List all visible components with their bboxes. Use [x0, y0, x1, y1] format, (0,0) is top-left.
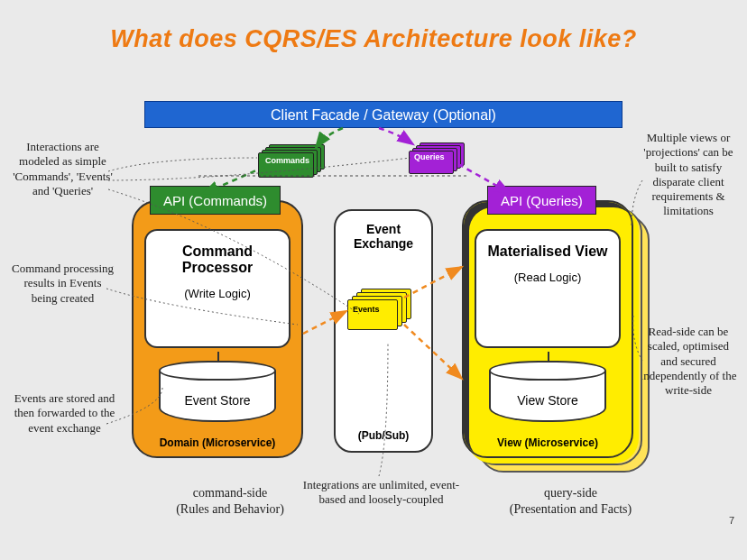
caption-command-side: command-side(Rules and Behavior) [153, 485, 307, 517]
database-icon: Event Store [159, 361, 276, 422]
database-icon: View Store [489, 361, 606, 422]
queries-stack-icon: Queries [409, 142, 468, 175]
read-microservice: API (Queries) Materialised View (Read Lo… [462, 200, 633, 458]
view-store-label: View Store [489, 393, 606, 408]
command-processor-title: Command Processor [146, 243, 289, 276]
event-store: Event Store [134, 361, 301, 422]
event-exchange-title: Event Exchange [336, 222, 431, 251]
read-service-footer: View (Microservice) [464, 436, 632, 449]
gateway-bar: Client Facade / Gateway (Optional) [144, 101, 622, 128]
materialised-view-box: Materialised View (Read Logic) [475, 229, 621, 348]
materialised-view-sub: (Read Logic) [476, 271, 619, 284]
queries-stack-label: Queries [414, 152, 445, 161]
command-processor-sub: (Write Logic) [146, 287, 289, 300]
page-number: 7 [729, 515, 734, 526]
slide-title: What does CQRS/ES Architecture look like… [0, 25, 747, 53]
caption-query-side: query-side(Presentation and Facts) [487, 485, 654, 517]
event-store-label: Event Store [159, 393, 276, 408]
annotation-integrations: Integrations are unlimited, event-based … [302, 478, 460, 508]
materialised-view-title: Materialised View [476, 243, 619, 260]
write-service-footer: Domain (Microservice) [134, 436, 301, 449]
command-processor-box: Command Processor (Write Logic) [144, 229, 290, 348]
view-store: View Store [464, 361, 632, 422]
events-stack-label: Events [353, 305, 380, 314]
commands-stack-icon: Commands [260, 144, 325, 179]
write-microservice: API (Commands) Command Processor (Write … [132, 200, 303, 458]
api-commands-tab: API (Commands) [150, 186, 281, 215]
annotation-read-side-scaled: Read-side can be scaled, optimised and s… [639, 325, 738, 398]
api-queries-tab: API (Queries) [487, 186, 596, 215]
events-stack-icon: Events [348, 289, 415, 330]
annotation-multiple-views: Multiple views or 'projections' can be b… [639, 131, 738, 219]
annotation-interactions: Interactions are modeled as simple 'Comm… [11, 140, 115, 198]
annotation-events-stored: Events are stored and then forwarded to … [13, 391, 116, 436]
commands-stack-label: Commands [265, 156, 309, 165]
event-exchange-footer: (Pub/Sub) [336, 429, 431, 442]
annotation-command-processing: Command processing results in Events bei… [11, 262, 115, 306]
event-exchange-box: Event Exchange (Pub/Sub) [334, 209, 433, 453]
